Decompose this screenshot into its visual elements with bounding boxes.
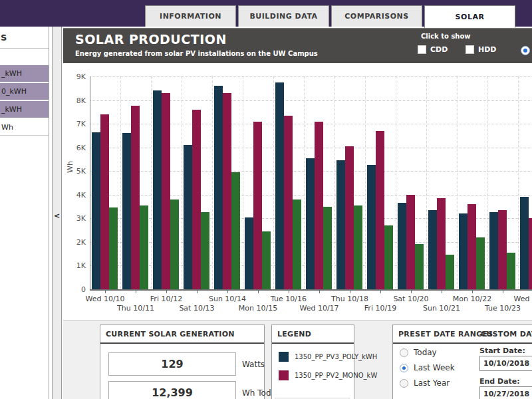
bar	[245, 217, 253, 289]
radio-icon[interactable]	[400, 379, 408, 388]
bar	[406, 195, 415, 289]
bar	[459, 213, 467, 289]
start-date-input[interactable]	[479, 356, 532, 371]
bar	[100, 114, 109, 289]
bar	[398, 203, 406, 289]
hdd-checkbox[interactable]	[466, 45, 474, 54]
sidebar-collapse-button[interactable]: <	[53, 211, 61, 220]
y-tick-label: 6K	[63, 144, 86, 152]
end-date-input[interactable]	[479, 386, 532, 399]
x-tick-label: Fri 10/12	[150, 295, 182, 303]
legend-panel: LEGEND 1350_PP_PV3_POLY_kWH1350_PP_PV2_M…	[271, 325, 354, 399]
x-tick	[197, 291, 198, 293]
x-tick	[442, 291, 442, 293]
sidebar-sensor-item[interactable]: _kWH	[0, 101, 49, 118]
bar	[345, 146, 354, 289]
click-to-show-label: Click to show	[421, 33, 471, 40]
cdd-checkbox-row[interactable]: CDD	[418, 45, 448, 54]
tab-comparisons[interactable]: COMPARISONS	[331, 5, 422, 27]
bar-group	[457, 76, 487, 289]
tab-building-data[interactable]: BUILDING DATA	[238, 5, 329, 27]
x-tick	[319, 291, 320, 293]
bar	[520, 197, 529, 289]
sidebar-sensor-item[interactable]: 0_kWH	[0, 83, 49, 100]
page-title: SOLAR PRODUCTION	[75, 32, 227, 47]
x-tick-label: Tue 10/23	[485, 304, 521, 313]
y-tick-label: 2K	[63, 238, 86, 247]
x-tick-label: Tue 10/16	[271, 295, 307, 303]
preset-radio-last-year[interactable]: Last Year	[400, 378, 450, 388]
tab-information[interactable]: INFORMATION	[145, 5, 236, 27]
custom-date-title: CUSTOM DAT	[481, 330, 532, 338]
header-radio-selected[interactable]	[521, 46, 530, 55]
legend-label: 1350_PP_PV2_MONO_kW	[295, 372, 377, 379]
x-tick	[350, 291, 350, 293]
bar	[122, 133, 131, 289]
legend-panel-title: LEGEND	[272, 325, 354, 344]
preset-radio-last-week[interactable]: Last Week	[400, 363, 455, 372]
bar	[109, 207, 118, 289]
bar-group	[304, 76, 334, 289]
watts-label: Watts	[242, 360, 265, 369]
preset-radio-today[interactable]: Today	[400, 348, 437, 357]
solar-bar-chart: Wh 01K2K3K4K5K6K7K8K9K Wed 10/10Thu 10/1…	[63, 63, 532, 320]
x-tick	[411, 291, 412, 293]
x-tick-label: Fri 10/19	[364, 304, 396, 313]
bar	[306, 158, 315, 289]
generation-panel-title: CURRENT SOLAR GENERATION	[100, 325, 264, 344]
bar	[507, 253, 515, 289]
bar	[192, 110, 201, 289]
bar	[489, 212, 498, 289]
bar	[275, 82, 284, 289]
tab-solar[interactable]: SOLAR	[424, 5, 515, 28]
bar	[323, 207, 332, 289]
sidebar-sensor-item[interactable]: Wh	[0, 119, 49, 136]
radio-label: Last Year	[414, 378, 450, 388]
bar	[376, 131, 384, 289]
x-tick-label: Wed 10/17	[299, 304, 338, 313]
x-tick-label: Wed 10/10	[85, 295, 124, 303]
sensor-list: _kWH0_kWH_kWHWh	[0, 65, 49, 136]
hdd-checkbox-row[interactable]: HDD	[466, 45, 496, 54]
bar-group	[90, 76, 120, 289]
current-generation-panel: CURRENT SOLAR GENERATION 129 Watts 12,39…	[100, 325, 265, 399]
y-tick-label: 5K	[63, 167, 86, 176]
bar-group	[120, 76, 151, 289]
y-tick-label: 0	[63, 285, 86, 294]
x-tick	[289, 291, 289, 293]
x-tick-label: Sat 10/20	[393, 295, 428, 303]
bar	[529, 218, 532, 289]
bar-group	[426, 76, 457, 289]
x-tick	[105, 291, 106, 293]
bar	[162, 93, 170, 289]
y-axis-line	[90, 76, 90, 289]
bar	[354, 205, 362, 289]
y-tick-label: 9K	[63, 72, 86, 81]
end-date-label: End Date:	[479, 377, 520, 386]
y-tick-label: 8K	[63, 96, 86, 105]
controls-section: CURRENT SOLAR GENERATION 129 Watts 12,39…	[63, 320, 532, 399]
radio-label: Last Week	[414, 363, 455, 372]
hdd-label: HDD	[478, 45, 496, 54]
bar	[131, 106, 140, 289]
radio-icon[interactable]	[400, 348, 408, 357]
legend-item: 1350_PP_PV2_MONO_kW	[279, 370, 377, 380]
cdd-checkbox[interactable]	[418, 45, 426, 54]
wh-today-value: 12,399	[108, 381, 236, 399]
bar-group	[396, 76, 426, 289]
x-axis-line	[90, 289, 532, 291]
bar-group	[151, 76, 182, 289]
x-tick	[166, 291, 167, 293]
bar-group	[243, 76, 273, 289]
x-tick-label: Mon 10/15	[239, 304, 277, 313]
bar	[336, 160, 345, 289]
radio-icon[interactable]	[400, 364, 408, 372]
sidebar-sensor-item[interactable]: _kWH	[0, 65, 49, 82]
bar	[315, 122, 323, 289]
bar	[467, 204, 476, 289]
legend-label: 1350_PP_PV3_POLY_kWH	[295, 353, 377, 360]
x-tick-label: Mon 10/22	[453, 295, 491, 303]
top-navigation-bar: INFORMATIONBUILDING DATACOMPARISONSSOLAR	[0, 0, 532, 27]
solar-header: SOLAR PRODUCTION Energy generated from s…	[63, 28, 532, 63]
date-ranges-panel: PRESET DATE RANGES CUSTOM DAT TodayLast …	[392, 325, 532, 399]
